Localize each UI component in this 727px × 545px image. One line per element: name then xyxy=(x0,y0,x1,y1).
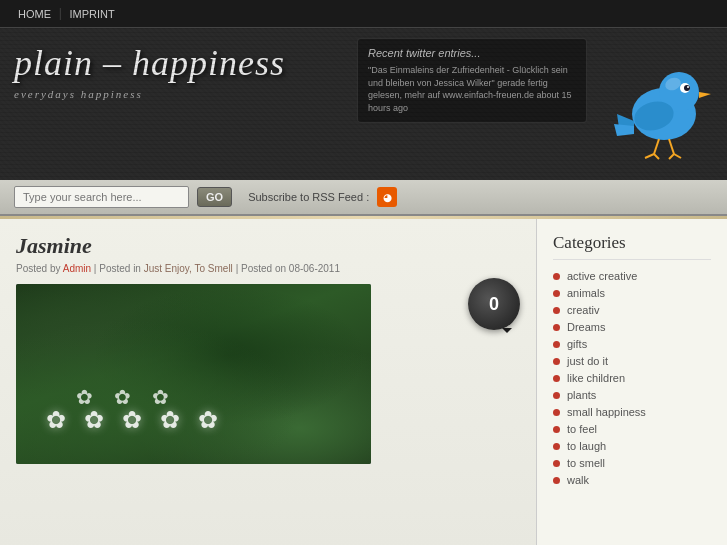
svg-line-14 xyxy=(669,154,674,159)
category-dot xyxy=(553,392,560,399)
post-author-link[interactable]: Admin xyxy=(63,263,91,274)
nav-home[interactable]: HOME xyxy=(10,8,59,20)
sidebar: Categories active creative animals creat… xyxy=(537,219,727,545)
category-link[interactable]: to laugh xyxy=(567,440,606,452)
twitter-text: "Das Einmaleins der Zufriedenheit - Glüc… xyxy=(368,64,576,114)
category-item: small happiness xyxy=(553,406,711,418)
category-link[interactable]: creativ xyxy=(567,304,599,316)
category-item: to feel xyxy=(553,423,711,435)
svg-line-11 xyxy=(645,154,654,158)
category-item: to laugh xyxy=(553,440,711,452)
category-link[interactable]: plants xyxy=(567,389,596,401)
category-link[interactable]: to feel xyxy=(567,423,597,435)
category-dot xyxy=(553,307,560,314)
category-dot xyxy=(553,375,560,382)
svg-line-12 xyxy=(654,154,659,159)
category-dot xyxy=(553,358,560,365)
category-item: animals xyxy=(553,287,711,299)
category-dot xyxy=(553,409,560,416)
meta-in: | Posted in xyxy=(94,263,141,274)
category-item: just do it xyxy=(553,355,711,367)
post-meta: Posted by Admin | Posted in Just Enjoy, … xyxy=(16,263,520,274)
meta-date: | Posted on 08-06-2011 xyxy=(236,263,340,274)
sidebar-categories-title: Categories xyxy=(553,233,711,260)
meta-posted-by: Posted by xyxy=(16,263,60,274)
content-area: Jasmine Posted by Admin | Posted in Just… xyxy=(0,219,727,545)
main-column: Jasmine Posted by Admin | Posted in Just… xyxy=(0,219,537,545)
nav-bar: HOME | IMPRINT xyxy=(0,0,727,28)
hero-section: plain – happiness everydays happiness Re… xyxy=(0,28,727,180)
svg-marker-5 xyxy=(699,92,711,98)
category-link[interactable]: small happiness xyxy=(567,406,646,418)
category-item: Dreams xyxy=(553,321,711,333)
twitter-box: Recent twitter entries... "Das Einmalein… xyxy=(357,38,587,123)
category-dot xyxy=(553,443,560,450)
category-item: plants xyxy=(553,389,711,401)
svg-marker-8 xyxy=(614,124,634,136)
post-title: Jasmine xyxy=(16,233,520,259)
bird-decoration xyxy=(599,56,719,166)
category-dot xyxy=(553,341,560,348)
category-link[interactable]: like children xyxy=(567,372,625,384)
category-item: to smell xyxy=(553,457,711,469)
rss-icon[interactable]: ◕ xyxy=(377,187,397,207)
category-item: active creative xyxy=(553,270,711,282)
category-dot xyxy=(553,324,560,331)
svg-point-3 xyxy=(684,85,690,91)
category-dot xyxy=(553,477,560,484)
post-image xyxy=(16,284,371,464)
category-link[interactable]: Dreams xyxy=(567,321,606,333)
rss-label: Subscribe to RSS Feed : xyxy=(248,191,369,203)
category-link[interactable]: walk xyxy=(567,474,589,486)
category-item: like children xyxy=(553,372,711,384)
svg-line-13 xyxy=(674,154,681,158)
category-item: gifts xyxy=(553,338,711,350)
category-item: creativ xyxy=(553,304,711,316)
category-dot xyxy=(553,460,560,467)
nav-imprint[interactable]: IMPRINT xyxy=(61,8,122,20)
category-link[interactable]: animals xyxy=(567,287,605,299)
categories-list: active creative animals creativ Dreams g… xyxy=(553,270,711,486)
category-item: walk xyxy=(553,474,711,486)
category-link[interactable]: gifts xyxy=(567,338,587,350)
search-bar: GO Subscribe to RSS Feed : ◕ xyxy=(0,180,727,216)
search-input[interactable] xyxy=(14,186,189,208)
category-link[interactable]: just do it xyxy=(567,355,608,367)
svg-line-9 xyxy=(654,139,659,154)
post-category-link[interactable]: Just Enjoy, To Smell xyxy=(144,263,233,274)
go-button[interactable]: GO xyxy=(197,187,232,207)
svg-point-4 xyxy=(687,86,689,88)
category-link[interactable]: active creative xyxy=(567,270,637,282)
category-dot xyxy=(553,290,560,297)
category-dot xyxy=(553,273,560,280)
category-link[interactable]: to smell xyxy=(567,457,605,469)
svg-line-10 xyxy=(669,139,674,154)
twitter-title: Recent twitter entries... xyxy=(368,47,576,59)
category-dot xyxy=(553,426,560,433)
comment-count-bubble[interactable]: 0 xyxy=(468,278,520,330)
post-image-placeholder xyxy=(16,284,371,464)
